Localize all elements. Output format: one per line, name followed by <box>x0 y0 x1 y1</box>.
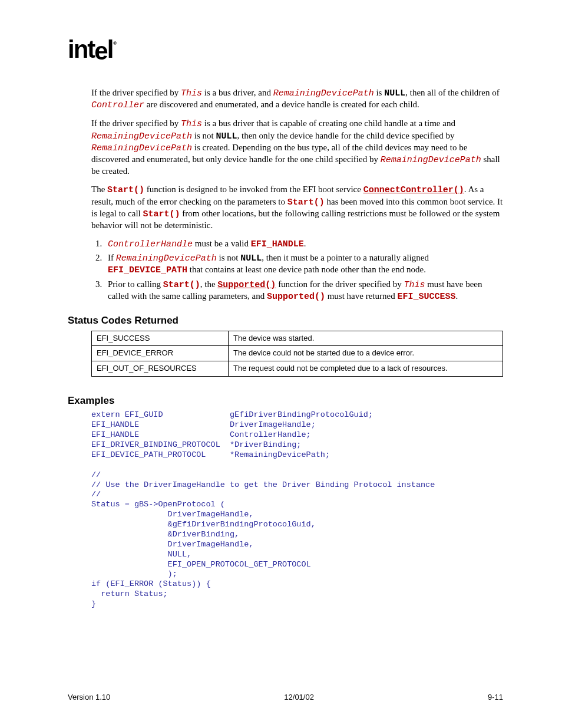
text: is not <box>217 253 240 262</box>
text: If the driver specified by <box>91 118 181 128</box>
code-link[interactable]: Supported() <box>217 280 276 290</box>
code-term: RemainingDevicePath <box>91 143 192 153</box>
text: If <box>108 253 116 262</box>
code-link[interactable]: ConnectController() <box>363 185 464 195</box>
text: is a bus driver, and <box>202 88 273 97</box>
code-block: extern EFI_GUID gEfiDriverBindingProtoco… <box>91 410 503 610</box>
code-term: This <box>404 280 425 290</box>
paragraph-2: If the driver specified by This is a bus… <box>91 118 503 177</box>
text: , then all of the children of <box>405 88 500 97</box>
list-item: Prior to calling Start(), the Supported(… <box>104 279 503 302</box>
code-term: EFI_HANDLE <box>251 239 304 249</box>
code-term: Start() <box>143 209 180 219</box>
text: function for the driver specified by <box>276 279 404 289</box>
code-term: RemainingDevicePath <box>116 253 217 263</box>
code-term: This <box>181 119 202 129</box>
code-term: NULL <box>216 131 237 141</box>
restrictions-list: ControllerHandle must be a valid EFI_HAN… <box>91 238 503 302</box>
text: Prior to calling <box>108 279 163 289</box>
footer-version: Version 1.10 <box>68 693 110 701</box>
code-term: EFI_DEVICE_PATH <box>108 265 187 275</box>
text: If the driver specified by <box>91 88 181 97</box>
list-item: If RemainingDevicePath is not NULL, then… <box>104 252 503 276</box>
list-item: ControllerHandle must be a valid EFI_HAN… <box>104 238 503 250</box>
text: that contains at least one device path n… <box>187 265 426 274</box>
text: , the <box>200 279 218 289</box>
footer-date: 12/01/02 <box>284 693 314 701</box>
code-term: NULL <box>384 88 405 98</box>
footer-page: 9-11 <box>488 693 503 701</box>
section-heading-status: Status Codes Returned <box>68 314 503 327</box>
intel-logo: intel® <box>68 35 503 64</box>
paragraph-3: The Start() function is designed to be i… <box>91 184 503 231</box>
code-term: This <box>181 88 202 98</box>
text: is a bus driver that is capable of creat… <box>202 118 455 128</box>
code-term: Start() <box>163 280 200 290</box>
body-content: If the driver specified by This is a bus… <box>91 87 503 610</box>
text: is not <box>192 131 216 140</box>
table-row: EFI_SUCCESS The device was started. <box>92 331 503 346</box>
text: must be a valid <box>193 239 251 248</box>
text: function is designed to be invoked from … <box>144 185 363 194</box>
text: is <box>374 88 385 97</box>
paragraph-1: If the driver specified by This is a bus… <box>91 87 503 111</box>
code-term: NULL <box>240 253 262 263</box>
text: . <box>304 239 306 248</box>
text: . <box>455 291 458 301</box>
text: , then it must be a pointer to a natural… <box>262 253 429 262</box>
code-term: Start() <box>107 185 144 195</box>
page-footer: Version 1.10 12/01/02 9-11 <box>68 693 503 701</box>
status-code: EFI_OUT_OF_RESOURCES <box>92 361 229 377</box>
section-heading-examples: Examples <box>68 394 503 407</box>
status-codes-table: EFI_SUCCESS The device was started. EFI_… <box>91 331 503 377</box>
code-term: EFI_SUCCESS <box>397 292 455 302</box>
text: , then only the device handle for the ch… <box>237 131 454 140</box>
code-term: Controller <box>91 100 144 110</box>
status-desc: The device could not be started due to a… <box>229 346 503 361</box>
code-term: RemainingDevicePath <box>381 155 481 165</box>
status-desc: The request could not be completed due t… <box>229 361 503 377</box>
code-term: RemainingDevicePath <box>91 131 192 141</box>
table-row: EFI_OUT_OF_RESOURCES The request could n… <box>92 361 503 377</box>
code-term: RemainingDevicePath <box>273 88 374 98</box>
status-code: EFI_DEVICE_ERROR <box>92 346 229 361</box>
table-row: EFI_DEVICE_ERROR The device could not be… <box>92 346 503 361</box>
text: The <box>91 185 107 194</box>
text: are discovered and enumerated, and a dev… <box>144 100 419 109</box>
status-code: EFI_SUCCESS <box>92 331 229 346</box>
status-desc: The device was started. <box>229 331 503 346</box>
code-term: Supported() <box>267 292 325 302</box>
text: must have returned <box>325 291 397 301</box>
code-term: Start() <box>287 197 325 207</box>
document-page: intel® If the driver specified by This i… <box>0 0 562 728</box>
code-term: ControllerHandle <box>108 239 193 249</box>
